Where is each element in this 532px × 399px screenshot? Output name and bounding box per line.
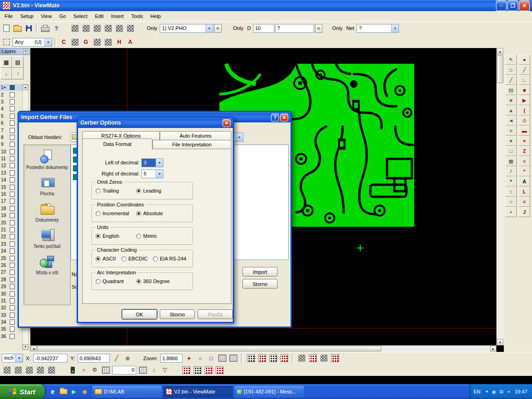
menu-help[interactable]: Help (147, 12, 165, 20)
chevron-down-icon[interactable]: ▼ (236, 133, 243, 141)
j-tool-icon[interactable]: J (519, 207, 530, 217)
layer-color-box[interactable] (10, 326, 15, 332)
grid-toggle-icon[interactable] (217, 353, 227, 363)
menu-insert[interactable]: Insert (107, 12, 127, 20)
l-tool-icon[interactable]: L (519, 187, 530, 197)
layer-row-3[interactable]: 3 (0, 98, 22, 105)
layer-color-box[interactable] (10, 298, 15, 303)
volume-icon[interactable]: ▤ (498, 388, 504, 395)
layer-colors-icon[interactable] (24, 365, 34, 375)
menu-select[interactable]: Select (70, 12, 91, 20)
dcode-grid-icon[interactable] (92, 23, 102, 33)
layer-row-2[interactable]: 2 (0, 91, 22, 98)
layer-row-1+[interactable]: 1+ (0, 84, 22, 91)
gerber-dialog-titlebar[interactable]: Gerber Options ✕ (78, 118, 233, 128)
layers-panel-titlebar[interactable]: Layers × (0, 48, 30, 55)
origin-icon[interactable]: ⊕ (122, 353, 133, 363)
minimize-button[interactable]: ─ (496, 0, 507, 11)
menu-setup[interactable]: Setup (17, 12, 37, 20)
select-dcode-icon[interactable] (103, 23, 113, 33)
layer-color-box[interactable] (10, 213, 15, 218)
only-d-label[interactable]: Only (232, 25, 245, 31)
close-button[interactable]: ✕ (519, 0, 530, 11)
layer-color-box[interactable] (10, 106, 15, 111)
layer-color-box[interactable] (10, 121, 15, 126)
restore-button[interactable]: ❐ (508, 0, 518, 11)
swap-layers-icon[interactable] (70, 37, 80, 47)
start-button[interactable]: Start (0, 384, 45, 399)
place-desktop[interactable]: Plocha (25, 176, 69, 196)
fill-mode-icon[interactable] (296, 353, 307, 363)
circle-outline-icon[interactable]: ○ (79, 365, 89, 375)
stretch-tool-icon[interactable]: ↕ (505, 187, 517, 197)
layer-color-box[interactable] (10, 135, 15, 140)
layers-tool-icon[interactable]: ▤ (505, 85, 517, 95)
menu-view[interactable]: View (37, 12, 55, 20)
bar-pad-tool-icon[interactable]: ▬ (519, 126, 530, 136)
angle-tool-icon[interactable]: ∟ (519, 75, 530, 85)
layer-color-box[interactable] (10, 85, 15, 90)
grid-table-icon[interactable] (101, 365, 111, 375)
grid-snap-icon[interactable] (228, 353, 238, 363)
burst-tool-icon[interactable]: * (519, 166, 530, 176)
chevron-down-icon[interactable]: ▼ (15, 354, 23, 362)
print-icon[interactable] (40, 23, 50, 33)
x-coordinate[interactable]: -0.942237 (33, 354, 67, 363)
close-icon[interactable]: ✕ (280, 114, 288, 121)
pad-view-red-icon[interactable] (257, 353, 267, 363)
menu-edit[interactable]: Edit (91, 12, 107, 20)
save-file-icon[interactable] (24, 23, 34, 33)
hscroll-thumb[interactable] (37, 346, 381, 351)
target-pad-tool-icon[interactable]: ⊙ (519, 115, 530, 126)
layer-row-36[interactable]: 36 (0, 333, 22, 340)
place-network[interactable]: Místa v síti (25, 255, 69, 275)
scroll-down-icon[interactable]: ▼ (23, 344, 28, 350)
scroll-up-icon[interactable]: ▲ (23, 85, 28, 90)
drc-light-icon[interactable] (67, 365, 78, 375)
scroll-up-icon[interactable]: ▲ (497, 48, 503, 54)
radio-english[interactable]: English (96, 233, 119, 239)
green-launcher-icon[interactable]: ▶ (70, 387, 78, 396)
slash-tool-icon[interactable]: / (505, 166, 517, 176)
layer-down-button[interactable]: ↓ (0, 68, 12, 79)
goto-icon[interactable]: G (81, 37, 91, 47)
mask-mode-icon[interactable] (330, 353, 340, 363)
layer-color-box[interactable] (10, 220, 15, 225)
dcode-query-input[interactable]: ? (275, 24, 314, 33)
layer-color-box[interactable] (10, 156, 15, 161)
layer-color-box[interactable] (10, 234, 15, 239)
sel-pattern-3-icon[interactable] (203, 365, 213, 375)
layer-color-box[interactable] (10, 199, 15, 204)
place-documents[interactable]: Dokumenty (25, 202, 69, 223)
chevron-down-icon[interactable]: ▼ (156, 159, 163, 167)
layer-merge-icon[interactable] (35, 365, 45, 375)
layer-color-box[interactable] (10, 170, 15, 175)
tab-file-interpretation[interactable]: File Interpretation (152, 140, 231, 149)
layer-color-box[interactable] (10, 320, 15, 325)
scroll-left-icon[interactable]: ◄ (30, 346, 37, 351)
layer-up-button[interactable]: ↑ (12, 68, 24, 79)
sel-pattern-2-icon[interactable] (192, 365, 202, 375)
frame-tool-icon[interactable]: □ (505, 146, 517, 156)
layer-color-box[interactable] (10, 185, 15, 190)
layer-color-box[interactable] (10, 305, 15, 310)
radio-eia-rs244[interactable]: EIA RS-244 (153, 256, 186, 261)
trace-view-black-icon[interactable] (268, 353, 278, 363)
chevron-down-icon[interactable]: ▼ (44, 38, 52, 46)
internet-explorer-icon[interactable]: e (48, 387, 57, 396)
close-icon[interactable]: ✕ (223, 119, 230, 127)
layer-copy-icon[interactable] (13, 365, 23, 375)
layer-color-box[interactable] (10, 291, 15, 296)
layer-color-box[interactable] (10, 149, 15, 154)
chevron-down-icon[interactable]: ▼ (156, 170, 163, 178)
chevron-down-icon[interactable]: ▼ (391, 24, 399, 32)
radio-ebcdic[interactable]: EBCDIC (121, 256, 148, 261)
layer-color-box[interactable] (10, 256, 15, 261)
net-combo[interactable]: ? ▼ (357, 24, 399, 33)
layer-combo[interactable]: 1) V2.PHO ▼ (160, 24, 213, 33)
layer-new-icon[interactable] (2, 365, 12, 375)
dot-grid-icon[interactable] (138, 365, 148, 375)
canvas-hscrollbar[interactable]: ◄ ► (30, 345, 496, 352)
tab-auto-features[interactable]: Auto Features (160, 131, 231, 140)
select-mode-icon[interactable] (1, 37, 12, 47)
